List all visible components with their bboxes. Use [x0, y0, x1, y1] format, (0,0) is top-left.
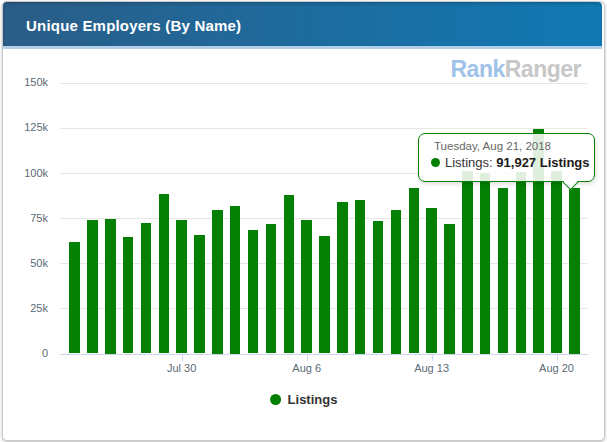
bar-jul-24[interactable]: [69, 242, 80, 354]
x-axis-label: Aug 20: [527, 362, 587, 374]
bar-aug-3[interactable]: [248, 230, 259, 354]
bar-jul-26[interactable]: [105, 219, 116, 354]
bar-aug-2[interactable]: [230, 206, 241, 354]
bar-aug-7[interactable]: [319, 236, 330, 353]
bar-aug-9[interactable]: [355, 200, 366, 354]
bar-aug-6[interactable]: [301, 220, 312, 354]
x-axis-tick: [557, 355, 558, 361]
y-axis-label: 150k: [8, 76, 48, 88]
chart-panel: Unique Employers (By Name) RankRanger 02…: [0, 0, 607, 442]
tooltip-series-label: Listings:: [445, 155, 493, 170]
x-axis-line: [60, 354, 588, 355]
y-axis-label: 75k: [8, 212, 48, 224]
x-axis-tick: [307, 355, 308, 361]
bar-aug-17[interactable]: [498, 188, 509, 353]
tooltip-date: Tuesday, Aug 21, 2018: [434, 140, 586, 152]
bar-aug-4[interactable]: [266, 224, 277, 353]
gridline: [60, 83, 587, 84]
bar-aug-16[interactable]: [480, 173, 491, 354]
x-axis-label: Aug 6: [277, 362, 337, 374]
chart-tooltip: Tuesday, Aug 21, 2018 Listings: 91,927 L…: [418, 133, 595, 182]
bar-jul-25[interactable]: [87, 220, 98, 354]
bar-jul-30[interactable]: [176, 220, 187, 354]
tooltip-series-line: Listings: 91,927 Listings: [431, 155, 586, 170]
x-axis-tick: [432, 355, 433, 361]
bar-aug-5[interactable]: [284, 195, 295, 354]
bar-aug-15[interactable]: [462, 171, 473, 353]
bar-aug-1[interactable]: [212, 210, 223, 354]
y-axis-label: 125k: [8, 121, 48, 133]
bar-aug-10[interactable]: [373, 221, 384, 354]
rankranger-logo: RankRanger: [451, 56, 582, 83]
y-axis-label: 100k: [8, 167, 48, 179]
x-axis-tick: [182, 355, 183, 361]
bar-aug-12[interactable]: [409, 188, 420, 353]
y-axis-label: 25k: [8, 302, 48, 314]
x-axis-label: Aug 13: [402, 362, 462, 374]
bar-jul-27[interactable]: [123, 237, 134, 353]
bar-aug-11[interactable]: [391, 210, 402, 354]
panel-header: Unique Employers (By Name): [3, 2, 602, 46]
y-axis-label: 50k: [8, 257, 48, 269]
logo-rank: Rank: [451, 56, 505, 82]
legend-label: Listings: [288, 392, 338, 407]
bar-aug-20[interactable]: [551, 171, 562, 353]
bar-aug-14[interactable]: [444, 224, 455, 354]
y-axis-label: 0: [8, 347, 48, 359]
bar-aug-8[interactable]: [337, 202, 348, 354]
panel-title: Unique Employers (By Name): [26, 17, 241, 34]
bar-jul-29[interactable]: [159, 194, 170, 354]
x-axis-label: Jul 30: [152, 362, 212, 374]
header-underline: [3, 46, 602, 49]
bar-aug-18[interactable]: [516, 172, 527, 353]
bar-jul-28[interactable]: [141, 223, 152, 354]
bar-aug-21[interactable]: [569, 188, 580, 354]
bar-aug-13[interactable]: [426, 208, 437, 353]
logo-ranger: Ranger: [505, 56, 581, 82]
series-marker-icon: [431, 158, 440, 167]
bar-jul-31[interactable]: [194, 235, 205, 353]
tooltip-value: 91,927 Listings: [496, 155, 589, 170]
legend-item-listings[interactable]: Listings: [270, 392, 338, 407]
legend-marker-icon: [270, 394, 281, 405]
gridline: [60, 128, 587, 129]
